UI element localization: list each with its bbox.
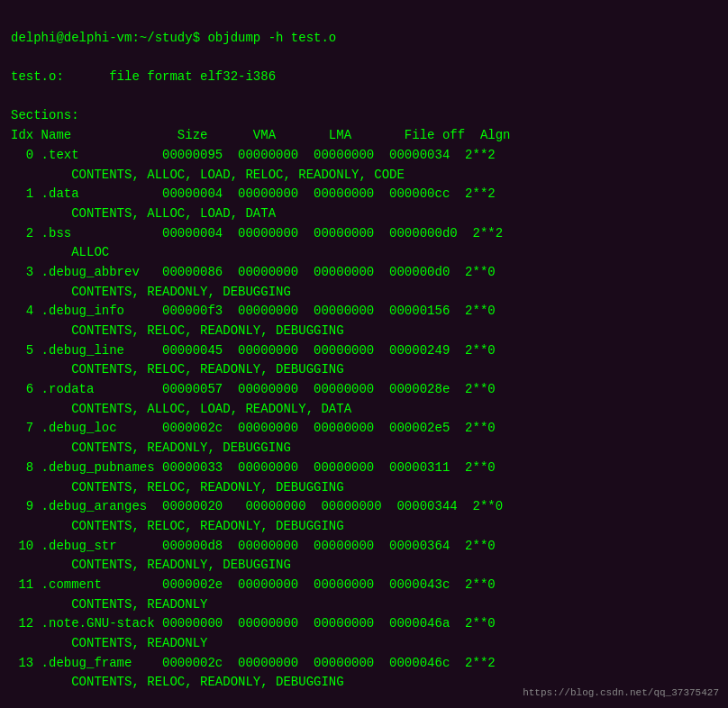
row-11: 11 .comment 0000002e 00000000 00000000 0… — [11, 577, 496, 612]
row-12: 12 .note.GNU-stack 00000000 00000000 000… — [11, 616, 496, 650]
row-5: 5 .debug_line 00000045 00000000 00000000… — [11, 343, 496, 377]
row-13: 13 .debug_frame 0000002c 00000000 000000… — [11, 656, 496, 690]
row-9: 9 .debug_aranges 00000020 00000000 00000… — [11, 499, 503, 533]
row-0: 0 .text 00000095 00000000 00000000 00000… — [11, 148, 496, 182]
prompt-line: delphi@delphi-vm:~/study$ objdump -h tes… — [11, 31, 336, 45]
row-7: 7 .debug_loc 0000002c 00000000 00000000 … — [11, 421, 496, 455]
columns-header: Idx Name Size VMA LMA File off Algn — [11, 128, 511, 142]
file-format-line: test.o: file format elf32-i386 — [11, 69, 276, 84]
row-2: 2 .bss 00000004 00000000 00000000 000000… — [11, 226, 503, 260]
terminal: delphi@delphi-vm:~/study$ objdump -h tes… — [11, 9, 717, 693]
row-3: 3 .debug_abbrev 00000086 00000000 000000… — [11, 265, 496, 299]
row-8: 8 .debug_pubnames 00000033 00000000 0000… — [11, 460, 496, 495]
sections-header: Sections: — [11, 108, 79, 123]
watermark: https://blog.csdn.net/qq_37375427 — [523, 685, 719, 699]
row-6: 6 .rodata 00000057 00000000 00000000 000… — [11, 382, 496, 416]
row-4: 4 .debug_info 000000f3 00000000 00000000… — [11, 304, 496, 338]
row-1: 1 .data 00000004 00000000 00000000 00000… — [11, 186, 496, 221]
row-10: 10 .debug_str 000000d8 00000000 00000000… — [11, 539, 496, 573]
